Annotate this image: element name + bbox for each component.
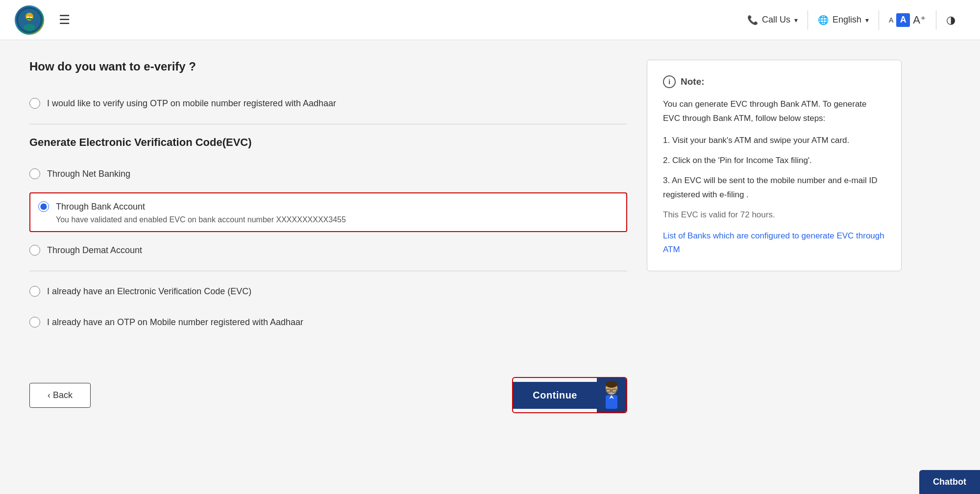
globe-icon: 🌐 (818, 15, 829, 25)
note-title: Note: (681, 74, 705, 90)
radio-option-demat[interactable]: Through Demat Account (29, 235, 627, 266)
header-right: 📞 Call Us ▾ 🌐 English ▾ A A A⁺ ◑ (737, 10, 965, 30)
language-selector[interactable]: 🌐 English ▾ (808, 15, 879, 25)
note-banks-link[interactable]: List of Banks which are configured to ge… (663, 231, 884, 255)
radio-option-have-otp[interactable]: I already have an OTP on Mobile number r… (29, 307, 627, 338)
radio-aadhaar-label: I would like to verify using OTP on mobi… (47, 97, 336, 110)
lang-chevron-icon: ▾ (865, 16, 869, 24)
separator-1 (29, 124, 627, 124)
radio-net-banking[interactable] (29, 168, 40, 179)
radio-have-otp-label: I already have an OTP on Mobile number r… (47, 316, 303, 329)
main-content: How do you want to e-verify ? I would li… (0, 40, 931, 433)
note-step-1: 1. Visit your bank's ATM and swipe your … (663, 134, 885, 148)
chatbot-bar[interactable]: Chatbot (919, 470, 980, 494)
page-layout: How do you want to e-verify ? I would li… (29, 60, 902, 413)
radio-bank-account-label: Through Bank Account (56, 202, 145, 212)
continue-avatar (597, 378, 626, 412)
bottom-bar: ‹ Back Continue (29, 367, 627, 413)
radio-demat-label: Through Demat Account (47, 244, 142, 257)
radio-demat[interactable] (29, 245, 40, 256)
note-steps: 1. Visit your bank's ATM and swipe your … (663, 134, 885, 202)
call-us-label: Call Us (762, 15, 790, 25)
back-button[interactable]: ‹ Back (29, 383, 91, 408)
radio-option-have-evc[interactable]: I already have an Electronic Verificatio… (29, 276, 627, 307)
note-header: i Note: (663, 74, 885, 90)
question-heading: How do you want to e-verify ? (29, 60, 627, 73)
font-controls: A A A⁺ (879, 13, 936, 27)
separator-2 (29, 271, 627, 271)
svg-point-6 (606, 381, 617, 388)
font-large-button[interactable]: A⁺ (913, 14, 926, 26)
language-label: English (833, 15, 861, 25)
font-small-button[interactable]: A (889, 16, 893, 24)
svg-text:🇮🇳: 🇮🇳 (26, 14, 33, 21)
radio-option-aadhaar[interactable]: I would like to verify using OTP on mobi… (29, 88, 627, 119)
contrast-icon: ◑ (946, 14, 956, 26)
header: 🇮🇳 ☰ 📞 Call Us ▾ 🌐 English ▾ A A A⁺ (0, 0, 980, 40)
note-validity: This EVC is valid for 72 hours. (663, 208, 885, 222)
continue-button[interactable]: Continue (513, 382, 597, 409)
evc-section-heading: Generate Electronic Verification Code(EV… (29, 136, 627, 149)
continue-wrapper: Continue (512, 377, 627, 413)
contrast-button[interactable]: ◑ (936, 14, 965, 26)
call-chevron-icon: ▾ (794, 16, 798, 24)
radio-bank-account[interactable] (38, 201, 49, 212)
radio-have-evc-label: I already have an Electronic Verificatio… (47, 285, 251, 298)
logo: 🇮🇳 (15, 5, 44, 35)
radio-option-bank-account[interactable]: Through Bank Account You have validated … (38, 200, 618, 224)
font-medium-button[interactable]: A (896, 13, 910, 27)
radio-option-net-banking[interactable]: Through Net Banking (29, 159, 627, 189)
radio-bank-account-sublabel: You have validated and enabled EVC on ba… (56, 215, 346, 224)
radio-have-otp[interactable] (29, 317, 40, 328)
left-section: How do you want to e-verify ? I would li… (29, 60, 627, 413)
radio-have-evc[interactable] (29, 286, 40, 297)
note-step-2: 2. Click on the 'Pin for Income Tax fili… (663, 154, 885, 168)
right-section: i Note: You can generate EVC through Ban… (647, 60, 902, 271)
radio-aadhaar[interactable] (29, 98, 40, 109)
radio-option-bank-account-highlighted[interactable]: Through Bank Account You have validated … (29, 192, 627, 232)
note-box: i Note: You can generate EVC through Ban… (647, 60, 902, 271)
call-us-button[interactable]: 📞 Call Us ▾ (737, 15, 808, 25)
svg-point-3 (24, 24, 35, 31)
info-icon: i (663, 75, 676, 88)
note-step-3: 3. An EVC will be sent to the mobile num… (663, 174, 885, 202)
menu-icon[interactable]: ☰ (59, 12, 70, 27)
radio-net-banking-label: Through Net Banking (47, 167, 130, 181)
phone-icon: 📞 (747, 15, 758, 25)
note-body: You can generate EVC through Bank ATM. T… (663, 97, 885, 126)
